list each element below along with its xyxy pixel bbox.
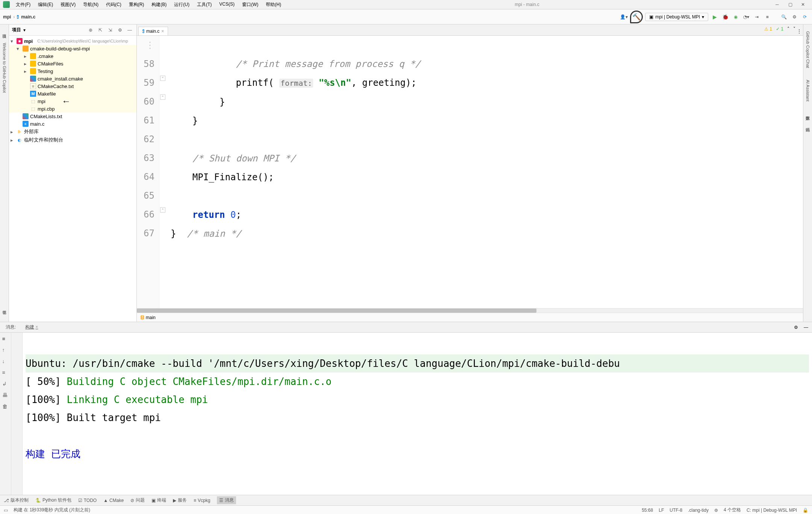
print-icon[interactable]: 🖶 bbox=[2, 392, 9, 399]
menu-navigate[interactable]: 导航(N) bbox=[80, 1, 102, 9]
messages-tool[interactable]: ☰ 消息 bbox=[217, 496, 236, 504]
build-output[interactable]: Ubuntu: /usr/bin/cmake --build '/mnt/c/U… bbox=[23, 333, 812, 495]
ai-assistant-tab[interactable]: AI Assistant bbox=[805, 77, 811, 104]
terminal-tool[interactable]: ▣ 终端 bbox=[151, 497, 166, 503]
editor-tab-main-c[interactable]: c main.c × bbox=[138, 27, 168, 35]
attach-icon[interactable]: ⇥ bbox=[753, 13, 761, 21]
copilot-welcome-tab[interactable]: Welcome to GitHub Copilot bbox=[2, 40, 8, 96]
collapse-icon[interactable]: ⇱ bbox=[97, 26, 104, 34]
cmake-tool[interactable]: ▲ CMake bbox=[103, 498, 124, 503]
tab-options-icon[interactable]: ⋮ bbox=[795, 27, 803, 35]
trash-icon[interactable]: 🗑 bbox=[2, 403, 9, 410]
tree-cmake-install[interactable]: cmake_install.cmake bbox=[38, 76, 83, 82]
menu-edit[interactable]: 编辑(E) bbox=[35, 1, 56, 9]
filter-icon[interactable]: ≡ bbox=[2, 370, 9, 376]
fold-gutter[interactable]: ⌃ ⌃ ⌃ bbox=[159, 36, 167, 308]
close-icon[interactable]: ✕ bbox=[801, 2, 806, 7]
code-content[interactable]: /* Print message from process q */ print… bbox=[167, 36, 803, 308]
run-icon[interactable]: ▶ bbox=[710, 13, 719, 21]
editor-breadcrumb[interactable]: f main bbox=[137, 313, 803, 322]
tree-ext-libs[interactable]: 外部库 bbox=[24, 128, 39, 135]
up-icon[interactable]: ↑ bbox=[2, 347, 9, 354]
fold-icon[interactable]: ⌃ bbox=[160, 94, 165, 100]
menu-run[interactable]: 运行(U) bbox=[171, 1, 192, 9]
soft-wrap-icon[interactable]: ↲ bbox=[2, 381, 9, 388]
status-context[interactable]: C: mpi | Debug-WSL MPI bbox=[747, 508, 797, 513]
breadcrumb-fn[interactable]: main bbox=[146, 315, 156, 320]
tree-temp-console[interactable]: 临时文件和控制台 bbox=[24, 137, 63, 143]
event-log-icon[interactable]: ▭ bbox=[4, 508, 8, 513]
gear-icon[interactable]: ⚙ bbox=[794, 325, 798, 330]
tree-cmakecache[interactable]: CMakeCache.txt bbox=[38, 84, 74, 89]
project-tree[interactable]: ▾■mpiC:\Users\xing\Desktop\files\C langu… bbox=[9, 36, 136, 322]
status-cursor-pos[interactable]: 55:68 bbox=[642, 508, 653, 513]
bookmarks-tab[interactable]: 书签 bbox=[1, 304, 8, 310]
breadcrumb-file[interactable]: main.c bbox=[21, 14, 35, 20]
profile-icon[interactable]: ◔▾ bbox=[742, 13, 750, 21]
menu-file[interactable]: 文件(F) bbox=[13, 1, 33, 9]
close-tab-icon[interactable]: × bbox=[161, 29, 164, 34]
python-packages-tool[interactable]: 🐍 Python 软件包 bbox=[35, 497, 71, 503]
version-control-tool[interactable]: ⎇ 版本控制 bbox=[4, 497, 29, 503]
code-editor[interactable]: ⋮ 58 59 60 61 62 63 64 65 66 67 ⌃ ⌃ ⌃ /*… bbox=[137, 36, 803, 308]
project-tool-tab[interactable]: 项目 bbox=[1, 28, 8, 34]
fold-icon[interactable]: ⌃ bbox=[160, 76, 165, 81]
menu-window[interactable]: 窗口(W) bbox=[239, 1, 261, 9]
locate-icon[interactable]: ⊕ bbox=[87, 26, 94, 34]
menu-tools[interactable]: 工具(T) bbox=[194, 1, 215, 9]
expand-icon[interactable]: ⇲ bbox=[106, 26, 114, 34]
tree-build-dir[interactable]: cmake-build-debug-wsl-mpi bbox=[30, 46, 90, 52]
menu-help[interactable]: 帮助(H) bbox=[263, 1, 284, 9]
build-hammer-icon[interactable]: 🔨 bbox=[630, 11, 643, 23]
status-lock-icon[interactable]: 🔒 bbox=[803, 508, 808, 513]
stop-icon[interactable]: ■ bbox=[763, 13, 771, 21]
menu-view[interactable]: 视图(V) bbox=[58, 1, 79, 9]
user-add-icon[interactable]: 👤▾ bbox=[620, 13, 628, 21]
down-icon[interactable]: ↓ bbox=[2, 358, 9, 365]
tree-makefile[interactable]: Makefile bbox=[38, 91, 56, 97]
tree-root[interactable]: mpi bbox=[24, 38, 33, 44]
settings-icon[interactable]: ⚙ bbox=[790, 13, 798, 21]
status-indent[interactable]: 4 个空格 bbox=[724, 507, 741, 513]
debug-icon[interactable]: 🐞 bbox=[721, 13, 729, 21]
run-config-selector[interactable]: ▣ mpi | Debug-WSL MPI ▾ bbox=[645, 13, 708, 21]
services-tool[interactable]: ▶ 服务 bbox=[173, 497, 187, 503]
status-line-sep[interactable]: LF bbox=[659, 508, 664, 513]
fold-icon[interactable]: ⌃ bbox=[160, 207, 165, 213]
stop-build-icon[interactable]: ■ bbox=[2, 336, 9, 342]
menu-refactor[interactable]: 重构(R) bbox=[126, 1, 147, 9]
build-tab[interactable]: 构建× bbox=[23, 323, 40, 332]
minimize-icon[interactable]: ─ bbox=[776, 2, 781, 7]
ai-icon[interactable]: ⟳ bbox=[801, 13, 809, 21]
status-encoding[interactable]: UTF-8 bbox=[670, 508, 682, 513]
database-tab[interactable]: 数据库 bbox=[804, 110, 811, 116]
hide-icon[interactable]: — bbox=[126, 26, 133, 34]
vcpkg-tool[interactable]: ≡ Vcpkg bbox=[194, 498, 210, 503]
gear-icon[interactable]: ⚙ bbox=[116, 26, 124, 34]
source-tab[interactable]: 源码 bbox=[804, 122, 811, 128]
tree-cmakefiles-dir[interactable]: CMakeFiles bbox=[38, 61, 64, 67]
tree-cmakelists[interactable]: CMakeLists.txt bbox=[30, 114, 62, 119]
tree-testing-dir[interactable]: Testing bbox=[38, 68, 53, 74]
coverage-icon[interactable]: ◉ bbox=[732, 13, 740, 21]
tree-mpi-cbp[interactable]: mpi.cbp bbox=[38, 106, 55, 112]
status-analyzer[interactable]: .clang-tidy bbox=[688, 508, 709, 513]
tree-mpi-exe[interactable]: mpi bbox=[38, 99, 45, 104]
problems-tool[interactable]: ⊘ 问题 bbox=[130, 497, 145, 503]
breadcrumb-root[interactable]: mpi bbox=[3, 14, 11, 20]
hide-panel-icon[interactable]: — bbox=[804, 325, 808, 330]
horizontal-scrollbar[interactable] bbox=[137, 308, 803, 313]
menu-vcs[interactable]: VCS(S) bbox=[216, 1, 238, 9]
maximize-icon[interactable]: ▢ bbox=[788, 2, 794, 7]
todo-tool[interactable]: ☑ TODO bbox=[78, 498, 97, 503]
tree-cmake-dir[interactable]: .cmake bbox=[38, 53, 53, 59]
tree-main-c[interactable]: main.c bbox=[30, 121, 44, 127]
structure-tab[interactable]: 结构 bbox=[1, 316, 8, 322]
copilot-chat-tab[interactable]: GitHub Copilot Chat bbox=[805, 28, 811, 71]
chevron-down-icon[interactable]: ▾ bbox=[23, 27, 26, 33]
menu-build[interactable]: 构建(B) bbox=[148, 1, 170, 9]
menu-code[interactable]: 代码(C) bbox=[103, 1, 124, 9]
close-tab-icon[interactable]: × bbox=[35, 324, 38, 330]
search-icon[interactable]: 🔍 bbox=[780, 13, 788, 21]
status-copilot-icon[interactable]: ⊚ bbox=[714, 508, 718, 513]
